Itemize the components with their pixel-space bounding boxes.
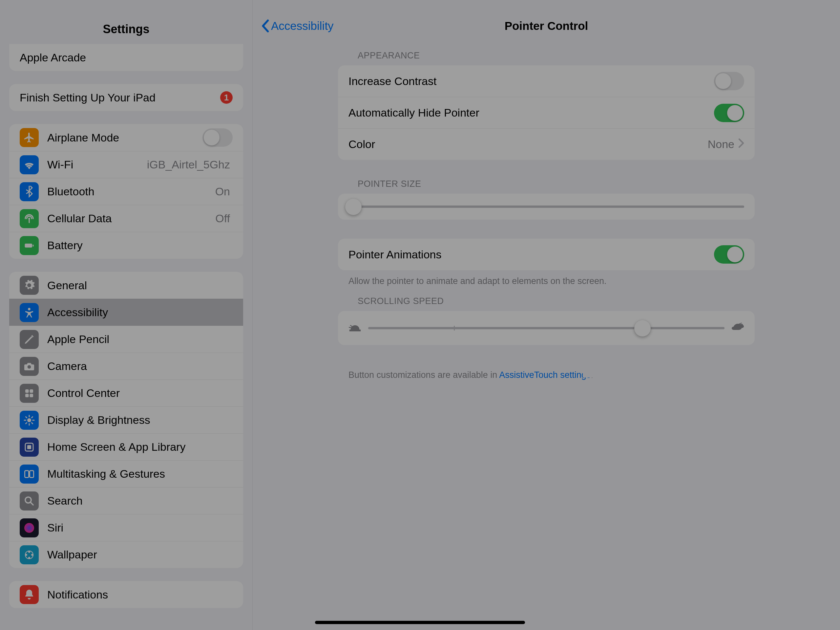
- section-header-appearance: APPEARANCE: [338, 51, 755, 65]
- toggle-pointer-animations[interactable]: [714, 245, 744, 264]
- chevron-left-icon: [261, 19, 270, 33]
- sidebar-item-label: Home Screen & App Library: [47, 440, 233, 453]
- sidebar-item-label: Wi-Fi: [47, 158, 147, 171]
- detail-pane: Accessibility Pointer Control APPEARANCE…: [253, 0, 840, 630]
- pencil-icon: [20, 330, 39, 349]
- detail-navbar: Accessibility Pointer Control: [253, 14, 840, 37]
- home-icon: [20, 438, 39, 457]
- row-label: Increase Contrast: [349, 75, 714, 88]
- cellular-icon: [20, 209, 39, 228]
- camera-icon: [20, 357, 39, 376]
- sidebar-item-value: Off: [215, 212, 230, 225]
- sidebar-item-cellular-data[interactable]: Cellular DataOff: [9, 205, 243, 232]
- sidebar-item-label: Bluetooth: [47, 185, 215, 198]
- section-header-scrolling-speed: SCROLLING SPEED: [338, 296, 755, 311]
- svg-point-9: [27, 418, 31, 422]
- sidebar-item-accessibility[interactable]: Accessibility: [9, 299, 243, 326]
- svg-rect-12: [25, 470, 29, 477]
- turtle-icon: [349, 323, 362, 333]
- bell-icon: [20, 585, 39, 604]
- home-indicator[interactable]: [315, 621, 525, 624]
- sidebar-item-label: Apple Pencil: [47, 333, 233, 346]
- row-color[interactable]: Color None: [338, 128, 755, 160]
- back-label: Accessibility: [271, 19, 334, 33]
- back-button[interactable]: Accessibility: [261, 19, 334, 33]
- svg-rect-8: [30, 394, 33, 397]
- row-increase-contrast[interactable]: Increase Contrast: [338, 65, 755, 97]
- slider-scrolling-speed[interactable]: [338, 311, 755, 345]
- slider-pointer-size[interactable]: [338, 194, 755, 220]
- sidebar-item-finish-setup[interactable]: Finish Setting Up Your iPad 1: [9, 84, 243, 111]
- sidebar-item-home-screen-app-library[interactable]: Home Screen & App Library: [9, 433, 243, 460]
- row-label: Pointer Animations: [349, 248, 714, 261]
- svg-rect-11: [27, 445, 31, 449]
- svg-point-0: [28, 218, 30, 219]
- toggle-airplane[interactable]: [202, 128, 233, 147]
- sidebar-item-wallpaper[interactable]: Wallpaper: [9, 541, 243, 568]
- sidebar-item-bluetooth[interactable]: BluetoothOn: [9, 178, 243, 205]
- svg-point-17: [28, 551, 30, 553]
- row-label: Automatically Hide Pointer: [349, 106, 714, 119]
- sidebar-item-label: Multitasking & Gestures: [47, 467, 233, 480]
- sidebar-item-value: On: [215, 185, 230, 198]
- svg-point-3: [28, 308, 30, 310]
- sidebar-item-label: Siri: [47, 521, 233, 534]
- sidebar-item-label: Display & Brightness: [47, 414, 233, 426]
- sidebar-item-label: Apple Arcade: [20, 51, 233, 64]
- svg-point-20: [25, 554, 27, 556]
- assistivetouch-link[interactable]: AssistiveTouch settings: [499, 370, 591, 380]
- footer-animations: Allow the pointer to animate and adapt t…: [338, 276, 755, 286]
- airplane-icon: [20, 128, 39, 147]
- section-header-pointer-size: POINTER SIZE: [338, 179, 755, 194]
- sidebar-item-camera[interactable]: Camera: [9, 353, 243, 380]
- row-pointer-animations[interactable]: Pointer Animations: [338, 239, 755, 270]
- slider-track[interactable]: [368, 327, 725, 329]
- sidebar-item-battery[interactable]: Battery: [9, 232, 243, 259]
- sidebar-item-label: Wallpaper: [47, 548, 233, 561]
- svg-rect-1: [25, 244, 33, 247]
- svg-rect-7: [25, 394, 29, 397]
- settings-sidebar: Settings Apple Arcade Finish Setting Up …: [0, 0, 253, 630]
- sidebar-item-notifications[interactable]: Notifications: [9, 581, 243, 608]
- slider-thumb[interactable]: [634, 320, 651, 337]
- notification-badge: 1: [220, 91, 233, 104]
- sidebar-item-general[interactable]: General: [9, 272, 243, 299]
- control-icon: [20, 384, 39, 403]
- animations-card: Pointer Animations: [338, 239, 755, 270]
- sidebar-item-label: Search: [47, 494, 233, 507]
- svg-point-4: [28, 365, 31, 369]
- sidebar-item-label: Control Center: [47, 387, 233, 399]
- gear-icon: [20, 276, 39, 295]
- sidebar-item-label: Battery: [47, 239, 233, 252]
- sidebar-item-airplane-mode[interactable]: Airplane Mode: [9, 124, 243, 151]
- toggle-auto-hide-pointer[interactable]: [714, 104, 744, 122]
- sidebar-item-wi-fi[interactable]: Wi-FiiGB_Airtel_5Ghz: [9, 151, 243, 178]
- svg-rect-2: [33, 245, 34, 247]
- sidebar-item-label: Finish Setting Up Your iPad: [20, 91, 220, 104]
- sidebar-item-value: iGB_Airtel_5Ghz: [147, 158, 230, 171]
- svg-point-19: [28, 557, 30, 559]
- sidebar-item-multitasking-gestures[interactable]: Multitasking & Gestures: [9, 460, 243, 487]
- toggle-increase-contrast[interactable]: [714, 72, 744, 90]
- svg-rect-6: [30, 389, 33, 393]
- slider-thumb[interactable]: [345, 199, 362, 215]
- row-value: None: [708, 138, 734, 151]
- sidebar-item-apple-arcade[interactable]: Apple Arcade: [9, 44, 243, 71]
- sidebar-item-display-brightness[interactable]: Display & Brightness: [9, 407, 243, 433]
- sidebar-item-control-center[interactable]: Control Center: [9, 380, 243, 407]
- sidebar-item-label: Notifications: [47, 588, 233, 601]
- svg-point-18: [31, 554, 33, 556]
- siri-icon: [20, 518, 39, 537]
- sidebar-item-siri[interactable]: Siri: [9, 514, 243, 541]
- battery-icon: [20, 236, 39, 255]
- sidebar-item-apple-pencil[interactable]: Apple Pencil: [9, 326, 243, 353]
- multitask-icon: [20, 465, 39, 484]
- sidebar-item-label: Airplane Mode: [47, 131, 202, 144]
- row-auto-hide-pointer[interactable]: Automatically Hide Pointer: [338, 97, 755, 128]
- slider-track[interactable]: [349, 206, 744, 208]
- sidebar-item-search[interactable]: Search: [9, 487, 243, 514]
- row-label: Color: [349, 138, 708, 151]
- sidebar-item-label: General: [47, 279, 233, 292]
- appearance-card: Increase Contrast Automatically Hide Poi…: [338, 65, 755, 160]
- accessibility-icon: [20, 303, 39, 322]
